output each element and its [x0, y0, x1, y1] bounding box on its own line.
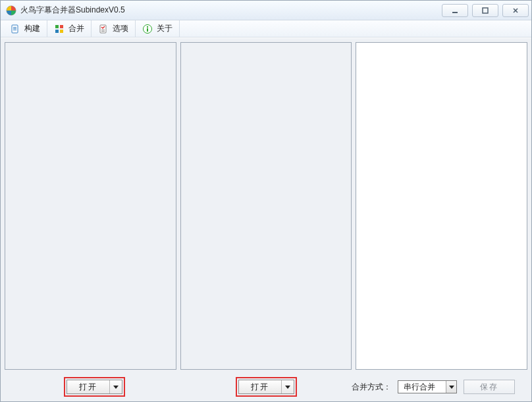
svg-rect-7: [13, 28, 16, 29]
svg-rect-18: [147, 28, 148, 32]
client-area: 打开 打开 合并方式： 串行合并: [1, 38, 531, 401]
toolbar-build-label: 构建: [24, 23, 40, 34]
open-middle-button[interactable]: 打开: [238, 380, 294, 394]
svg-rect-6: [13, 27, 16, 28]
svg-rect-10: [60, 25, 63, 28]
window-buttons: [442, 4, 529, 17]
svg-rect-9: [55, 25, 59, 28]
toolbar-merge[interactable]: 合并: [47, 20, 92, 37]
save-button-label: 保存: [480, 382, 498, 393]
svg-rect-14: [101, 30, 105, 30]
svg-rect-2: [483, 8, 488, 13]
chevron-down-icon: [449, 386, 454, 389]
svg-rect-15: [101, 31, 105, 32]
close-button[interactable]: [502, 4, 529, 17]
window-title: 火鸟字幕合并器SubindexV0.5: [20, 5, 125, 16]
toolbar: 构建 合并 选项: [1, 20, 531, 38]
svg-rect-13: [100, 25, 106, 33]
chevron-down-icon: [285, 386, 290, 389]
document-icon: [10, 24, 20, 34]
svg-rect-8: [13, 30, 16, 30]
chevron-down-icon: [113, 386, 119, 389]
panel-middle: [180, 42, 352, 370]
bottom-row: 打开 打开 合并方式： 串行合并: [5, 376, 527, 397]
merge-mode-dropdown[interactable]: [446, 381, 456, 393]
merge-mode-label: 合并方式：: [352, 382, 391, 393]
panel-middle-content: [181, 43, 352, 369]
titlebar: 火鸟字幕合并器SubindexV0.5: [1, 1, 531, 20]
panel-left-content: [5, 43, 176, 369]
highlight-left: 打开: [64, 377, 125, 397]
svg-rect-1: [452, 12, 458, 13]
merge-mode-value: 串行合并: [398, 381, 446, 393]
panel-left: [5, 42, 176, 370]
merge-mode-combo[interactable]: 串行合并: [398, 380, 457, 393]
open-left-button[interactable]: 打开: [66, 380, 122, 394]
open-left-dropdown[interactable]: [110, 380, 122, 393]
open-middle-label: 打开: [239, 380, 282, 393]
panel-right: [356, 42, 527, 370]
bottom-col-middle: 打开: [180, 377, 352, 397]
svg-rect-17: [147, 26, 148, 28]
open-middle-dropdown[interactable]: [282, 380, 294, 393]
maximize-button[interactable]: [472, 4, 498, 17]
app-icon: [6, 5, 16, 16]
toolbar-options[interactable]: 选项: [92, 20, 136, 37]
toolbar-merge-label: 合并: [68, 23, 84, 34]
toolbar-about[interactable]: 关于: [136, 20, 180, 37]
panel-left-scroll[interactable]: [5, 43, 176, 369]
open-left-label: 打开: [67, 380, 110, 393]
toolbar-options-label: 选项: [113, 23, 128, 34]
merge-icon: [54, 24, 65, 34]
minimize-button[interactable]: [442, 4, 468, 17]
panels-row: [5, 42, 527, 370]
svg-rect-11: [55, 30, 59, 33]
toolbar-build[interactable]: 构建: [3, 20, 47, 37]
app-window: 火鸟字幕合并器SubindexV0.5: [0, 0, 532, 402]
options-icon: [98, 24, 109, 34]
panel-right-scroll[interactable]: [356, 43, 527, 369]
bottom-col-left: 打开: [9, 377, 180, 397]
panel-middle-scroll[interactable]: [181, 43, 352, 369]
save-button[interactable]: 保存: [464, 380, 515, 394]
panel-right-content: [356, 43, 527, 369]
toolbar-about-label: 关于: [157, 23, 173, 34]
bottom-col-right: 合并方式： 串行合并 保存: [352, 380, 523, 394]
highlight-middle: 打开: [236, 377, 297, 397]
svg-rect-12: [60, 30, 63, 33]
about-icon: [142, 24, 153, 34]
